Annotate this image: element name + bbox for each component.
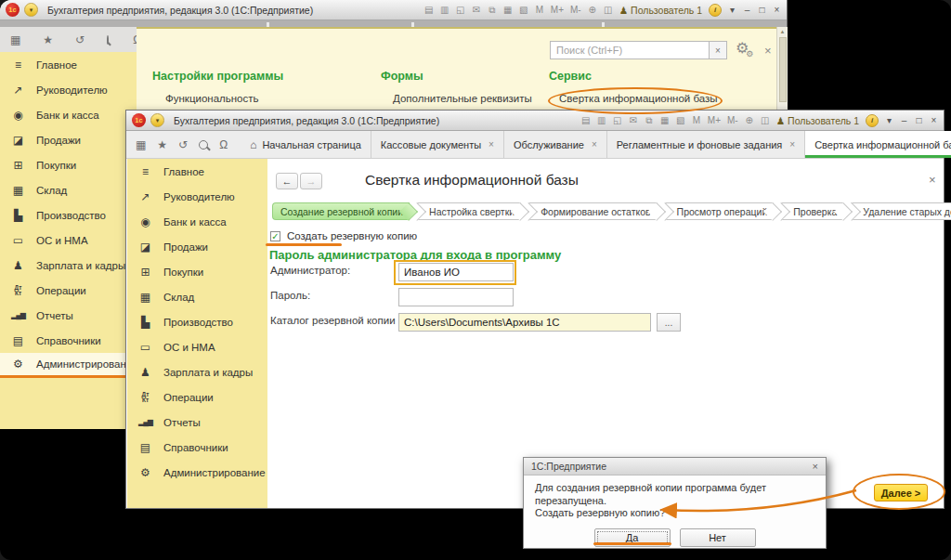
step-backup-copy[interactable]: Создание резервной копии [272, 202, 410, 220]
tab-cash-documents[interactable]: Кассовые документы× [371, 131, 504, 158]
chevron-down-icon[interactable]: ▾ [885, 115, 893, 125]
apps-menu-icon[interactable]: ▦ [136, 138, 146, 151]
tab-close-icon[interactable]: × [789, 139, 795, 150]
search-clear-button[interactable]: × [709, 41, 727, 59]
post-document-icon[interactable]: ✉ [472, 5, 481, 15]
search-icon[interactable] [107, 35, 109, 45]
history-icon[interactable]: ↺ [178, 138, 188, 151]
tab-maintenance[interactable]: Обслуживание× [504, 131, 607, 158]
sidebar-item-main[interactable]: ≡Главное [0, 52, 137, 77]
post-document-icon[interactable]: ✉ [629, 115, 638, 125]
split-window-icon[interactable]: ◫ [604, 5, 613, 15]
search-input[interactable]: Поиск (Ctrl+F) [550, 41, 710, 59]
sidebar-item-main[interactable]: ≡Главное [127, 159, 267, 184]
memory-button[interactable]: М [692, 115, 701, 125]
calculator-icon[interactable]: ▦ [503, 5, 513, 15]
browse-button[interactable]: ... [657, 313, 681, 332]
sidebar-item-salary-hr[interactable]: ♟Зарплата и кадры [0, 253, 137, 278]
scroll-up-icon[interactable]: ▲ [777, 29, 788, 34]
memory-plus-button[interactable]: М+ [708, 115, 721, 125]
panel-close-icon[interactable]: × [764, 44, 772, 58]
backup-folder-input[interactable]: C:\Users\Documents\Архивы 1С [398, 313, 651, 332]
step-check[interactable]: Проверка [781, 202, 843, 220]
close-button[interactable]: × [930, 115, 938, 125]
sidebar-item-production[interactable]: ▙Производство [127, 309, 267, 334]
favorites-star-icon[interactable]: ★ [43, 33, 53, 46]
sidebar-item-fixed-assets[interactable]: ▭ОС и НМА [0, 228, 137, 253]
memory-minus-button[interactable]: М- [727, 115, 738, 125]
link-functionality[interactable]: Функциональность [165, 93, 259, 104]
calculator-icon[interactable]: ▦ [660, 115, 670, 125]
memory-plus-button[interactable]: М+ [551, 5, 564, 15]
sidebar-item-reports[interactable]: ▂▄▆Отчеты [0, 303, 137, 328]
print-icon[interactable]: ▥ [440, 5, 449, 15]
print-preview-icon[interactable]: ◱ [613, 115, 622, 125]
minimize-button[interactable]: – [743, 5, 751, 15]
memory-minus-button[interactable]: М- [570, 5, 581, 15]
print-settings-icon[interactable]: ⧉ [488, 5, 497, 16]
sidebar-item-references[interactable]: ▤Справочники [127, 435, 267, 460]
password-input[interactable] [398, 288, 514, 306]
sidebar-item-sales[interactable]: ◪Продажи [127, 234, 267, 259]
main-menu-dropdown-button[interactable]: ▾ [24, 3, 38, 17]
sidebar-item-warehouse[interactable]: ▦Склад [127, 284, 267, 309]
maximize-button[interactable]: □ [915, 115, 923, 125]
zoom-icon[interactable]: ⊕ [588, 5, 597, 15]
notifications-bell-icon[interactable]: Ω [219, 138, 228, 151]
sidebar-item-manager[interactable]: ↗Руководителю [127, 184, 267, 209]
tab-home[interactable]: ⌂Начальная страница [241, 131, 371, 158]
sidebar-item-manager[interactable]: ↗Руководителю [0, 77, 137, 102]
sidebar-item-salary-hr[interactable]: ♟Зарплата и кадры [127, 359, 267, 384]
print-icon[interactable]: ▥ [597, 115, 606, 125]
step-view-operations[interactable]: Просмотр операций [665, 202, 775, 220]
page-close-icon[interactable]: × [929, 173, 936, 187]
forward-button[interactable]: → [300, 173, 322, 189]
sidebar-item-operations[interactable]: Дт КтОперации [127, 384, 267, 410]
step-delete-old-documents[interactable]: Удаление старых документов [851, 202, 951, 220]
sidebar-item-purchases[interactable]: ⊞Покупки [0, 152, 137, 177]
tab-close-icon[interactable]: × [592, 139, 597, 150]
current-user[interactable]: ♟Пользователь 1 [619, 5, 702, 16]
tab-database-collapse[interactable]: Свертка информационной базы× [805, 131, 951, 158]
main-menu-dropdown-button[interactable]: ▾ [150, 113, 164, 127]
info-icon[interactable]: i [709, 4, 722, 17]
zoom-icon[interactable]: ⊕ [745, 115, 754, 125]
yes-button[interactable]: Да [594, 528, 671, 547]
create-backup-label[interactable]: Создать резервную копию [287, 230, 417, 241]
info-icon[interactable]: i [866, 114, 879, 127]
search-icon[interactable] [199, 140, 208, 150]
sidebar-item-sales[interactable]: ◪Продажи [0, 127, 137, 152]
back-button[interactable]: ← [276, 173, 298, 189]
print-preview-icon[interactable]: ◱ [456, 5, 465, 15]
step-collapse-settings[interactable]: Настройка свертки [417, 202, 521, 220]
sidebar-item-administration[interactable]: ⚙Администрирование [0, 353, 137, 378]
link-database-collapse[interactable]: Свертка информационной базы [559, 93, 718, 104]
dialog-close-icon[interactable]: × [813, 461, 818, 472]
next-button[interactable]: Далее > [874, 484, 928, 501]
chevron-down-icon[interactable]: ▾ [728, 5, 736, 15]
save-icon[interactable]: ▤ [581, 115, 591, 125]
scroll-thumb[interactable] [779, 37, 787, 102]
favorites-star-icon[interactable]: ★ [157, 138, 167, 151]
apps-menu-icon[interactable]: ▦ [10, 33, 20, 46]
sidebar-item-references[interactable]: ▤Справочники [0, 328, 137, 353]
sidebar-item-operations[interactable]: Дт КтОперации [0, 278, 137, 303]
step-balances[interactable]: Формирование остатков [528, 202, 657, 220]
link-additional-attributes[interactable]: Дополнительные реквизиты [393, 93, 532, 104]
sidebar-item-reports[interactable]: ▂▄▆Отчеты [127, 410, 267, 435]
sidebar-item-bank-cash[interactable]: ◉Банк и касса [0, 102, 137, 127]
sidebar-item-purchases[interactable]: ⊞Покупки [127, 259, 267, 284]
minimize-button[interactable]: – [900, 115, 908, 125]
administrator-input[interactable]: Иванов ИО [398, 263, 514, 281]
close-button[interactable]: × [773, 5, 781, 15]
sidebar-item-fixed-assets[interactable]: ▭ОС и НМА [127, 334, 267, 359]
tab-scheduled-jobs[interactable]: Регламентные и фоновые задания× [607, 131, 805, 158]
maximize-button[interactable]: □ [758, 5, 766, 15]
calendar-icon[interactable]: ▧ [676, 115, 685, 125]
save-icon[interactable]: ▤ [424, 5, 434, 15]
settings-gear-icon[interactable]: ⚙⚙ [736, 39, 756, 57]
memory-button[interactable]: М [535, 5, 544, 15]
sidebar-item-production[interactable]: ▙Производство [0, 202, 137, 228]
sidebar-item-bank-cash[interactable]: ◉Банк и касса [127, 209, 267, 234]
calendar-icon[interactable]: ▧ [519, 5, 528, 15]
